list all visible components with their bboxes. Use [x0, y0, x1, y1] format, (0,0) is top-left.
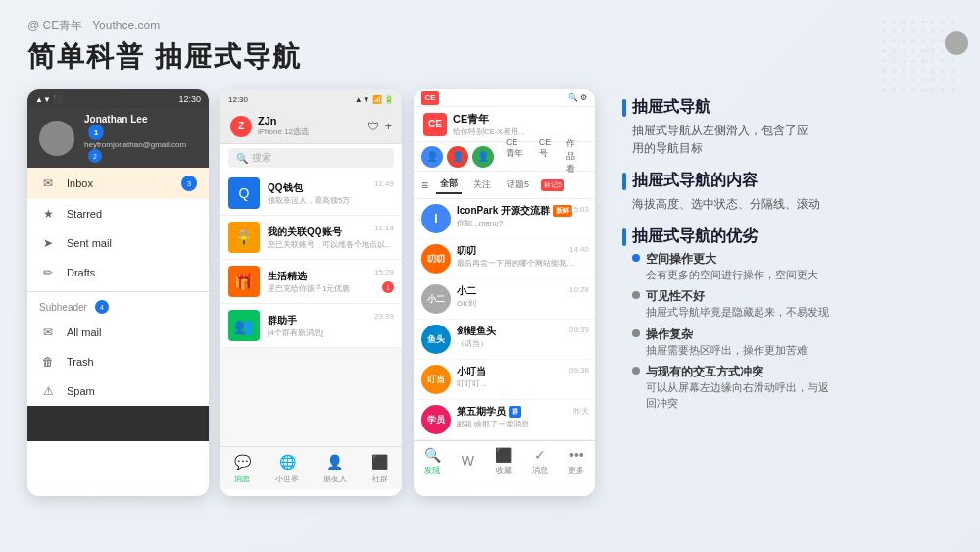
drawer-item-sent[interactable]: ➤ Sent mail: [27, 228, 209, 258]
phone2-subtitle: iPhone 12选选: [258, 126, 362, 137]
nav-label-world: 小世界: [275, 474, 299, 484]
p3-nav-discover[interactable]: 🔍 发现: [424, 447, 441, 476]
section-title-3: 抽屉式导航的优劣: [622, 226, 953, 247]
feed-tag-6: 群: [509, 406, 521, 418]
annotation-4: 4: [95, 300, 109, 314]
phone1-statusbar: ▲▼ ⬛ 12:30: [27, 89, 209, 109]
user-info: Jonathan Lee 1 heyfromjonathan@gmail.com…: [84, 114, 197, 163]
phone2-statusbar: 12:30 ▲▼ 📶 🔋: [220, 89, 402, 109]
feed-preview-6: 邮箱 啥那了一卖消息: [457, 419, 574, 429]
brand-name: CE青年: [43, 19, 83, 32]
chat-item-3[interactable]: 🎁 生活精选 星巴克给你孩子1元优惠 15:28 1: [220, 260, 402, 304]
section-title-1: 抽屉式导航: [622, 97, 953, 118]
feed-avatar-3: 小二: [421, 284, 451, 314]
phone-mockup-3: CE 🔍 ⚙ CE CE青年 给你特别CE-X者用... 👤 👤 👤: [414, 89, 595, 496]
p3-nav-fav[interactable]: ⬛ 收藏: [495, 447, 512, 476]
bullet-item-2: 可见性不好 抽屉式导航毕竟是隐藏起来，不易发现: [632, 288, 953, 320]
drawer-body: ✉ Inbox 3 ★ Starred ➤ Sent mail ✏ Draft: [27, 168, 209, 406]
drawer-item-inbox[interactable]: ✉ Inbox 3: [27, 168, 209, 199]
msg-icon: ✓: [534, 447, 546, 463]
bottom-nav-world[interactable]: 🌐 小世界: [275, 452, 299, 484]
p3-nav-w[interactable]: W: [462, 453, 474, 471]
bullet-list: 空间操作更大 会有更多的空间进行操作，空间更大 可见性不好 抽屉式导航毕竟是隐藏…: [622, 251, 953, 411]
p3-nav-more[interactable]: ••• 更多: [568, 447, 584, 476]
drawer-item-trash[interactable]: 🗑 Trash: [27, 347, 209, 376]
ce-logo-small: CE: [421, 91, 439, 105]
nav-label-community: 社群: [372, 474, 388, 484]
bottom-nav-messages[interactable]: 💬 消息: [232, 452, 252, 484]
bottom-nav-community[interactable]: ⬛ 社群: [370, 452, 390, 484]
feed-item-5[interactable]: 叮当 小叮当 叮叮叮... 09:38: [414, 360, 595, 400]
p3-status: 🔍 ⚙: [568, 93, 587, 102]
annotation-2: 2: [88, 149, 102, 163]
bullet-desc-3: 抽屉需要热区呼出，操作更加苦难: [646, 343, 808, 358]
feed-item-6[interactable]: 学员 第五期学员 群 邮箱 啥那了一卖消息 昨天: [414, 400, 595, 440]
chat-list: Q QQ钱包 领取幸运人，最高领5万 11:49 🔒 我的关联QQ账号 您已关联…: [220, 172, 402, 348]
inbox-label: Inbox: [67, 177, 172, 189]
bullet-dot-3: [632, 329, 640, 337]
nav-avatar-2[interactable]: 👤: [447, 146, 468, 168]
feed-item-2[interactable]: 叨叨 叨叨 最后再尝一下用的哪个网站能我数据用不了 14:40: [414, 239, 595, 279]
section-drawer-nav: 抽屉式导航 抽屉式导航从左侧滑入，包含了应用的导航目标: [622, 97, 953, 157]
feed-item-3[interactable]: 小二 小二 OK到 10:28: [414, 279, 595, 320]
ce-brand-name: CE青年: [453, 112, 585, 126]
feed-name-4: 剑鲤鱼头: [457, 325, 587, 338]
content-tab-follow[interactable]: 关注: [469, 176, 495, 193]
drawer-item-allmail[interactable]: ✉ All mail: [27, 318, 209, 347]
page-wrapper: @ CE青年 Youthce.com 简单科普 抽屉式导航 ▲▼ ⬛ 12:30: [0, 0, 980, 552]
chat-time-4: 23:39: [374, 312, 394, 321]
ce-brand-info: CE青年 给你特别CE-X者用...: [453, 112, 585, 137]
search-bar[interactable]: 🔍 搜索: [228, 148, 394, 168]
chat-item-1[interactable]: Q QQ钱包 领取幸运人，最高领5万 11:49: [220, 172, 402, 216]
phone2-title-area: ZJn iPhone 12选选: [258, 115, 362, 137]
nav-tab-works[interactable]: 作品看: [563, 135, 587, 177]
bullet-title-4: 与现有的交互方式冲突: [646, 364, 829, 380]
discover-label: 发现: [424, 465, 440, 476]
feed-item-4[interactable]: 鱼头 剑鲤鱼头 （话当） 09:39: [414, 320, 595, 360]
drawer-item-starred[interactable]: ★ Starred: [27, 199, 209, 228]
brand-line: @ CE青年 Youthce.com: [27, 18, 953, 34]
bullet-desc-1: 会有更多的空间进行操作，空间更大: [646, 268, 818, 282]
more-icon: •••: [569, 447, 584, 463]
inbox-icon: ✉: [39, 176, 57, 190]
nav-tab-ceid[interactable]: CE号: [535, 135, 557, 177]
feed-list: I IconPark 开源交流群 新鲜 你知...menu? 15:03 叨叨 …: [414, 199, 595, 440]
feed-name-5: 小叮当: [457, 365, 587, 378]
chat-preview-2: 您已关联账号，可以维各个地点以...: [268, 239, 394, 250]
drawer-item-spam[interactable]: ⚠ Spam: [27, 376, 209, 406]
nav-tab-ce[interactable]: CE青年: [502, 135, 529, 177]
feed-avatar-2: 叨叨: [421, 244, 451, 274]
nav-label-messages: 消息: [234, 474, 250, 484]
chat-item-2[interactable]: 🔒 我的关联QQ账号 您已关联账号，可以维各个地点以... 11:14: [220, 216, 402, 260]
divider-1: [27, 291, 209, 292]
feed-time-6: 昨天: [573, 406, 589, 417]
plus-icon[interactable]: +: [385, 120, 392, 133]
ce-logo: CE: [423, 113, 447, 136]
feed-avatar-1: I: [421, 204, 451, 233]
spam-label: Spam: [67, 385, 197, 397]
phone2-header: Z ZJn iPhone 12选选 🛡 +: [220, 109, 402, 144]
trash-icon: 🗑: [39, 355, 57, 369]
world-icon: 🌐: [277, 452, 297, 472]
phone3-statusbar: CE 🔍 ⚙: [414, 89, 595, 107]
chat-time-1: 11:49: [374, 179, 394, 188]
msg-label: 消息: [532, 465, 548, 476]
p2-status-icons: ▲▼ 📶 🔋: [355, 95, 394, 104]
shield-icon[interactable]: 🛡: [368, 120, 379, 133]
unread-badge-3: 1: [382, 281, 394, 293]
p3-nav-msg[interactable]: ✓ 消息: [532, 447, 548, 476]
section-title-2: 抽屉式导航的内容: [622, 171, 953, 191]
bottom-nav-friends[interactable]: 👤 朋友人: [323, 452, 347, 484]
feed-content-6: 第五期学员 群 邮箱 啥那了一卖消息: [457, 405, 587, 429]
drawer-item-drafts[interactable]: ✏ Drafts: [27, 258, 209, 287]
feed-avatar-5: 叮当: [421, 365, 451, 394]
feed-item-1[interactable]: I IconPark 开源交流群 新鲜 你知...menu? 15:03: [414, 199, 595, 239]
content-tab-topic[interactable]: 话题5: [503, 176, 533, 193]
nav-avatar-1[interactable]: 👤: [421, 146, 443, 168]
discover-icon: 🔍: [424, 447, 441, 463]
hamburger-icon[interactable]: ≡: [421, 178, 428, 192]
phone2-action-icons: 🛡 +: [368, 120, 392, 133]
content-tab-all[interactable]: 全部: [436, 176, 462, 194]
nav-avatar-3[interactable]: 👤: [472, 146, 494, 168]
chat-item-4[interactable]: 👥 群助手 [4个群有新消息] 23:39: [220, 304, 402, 348]
